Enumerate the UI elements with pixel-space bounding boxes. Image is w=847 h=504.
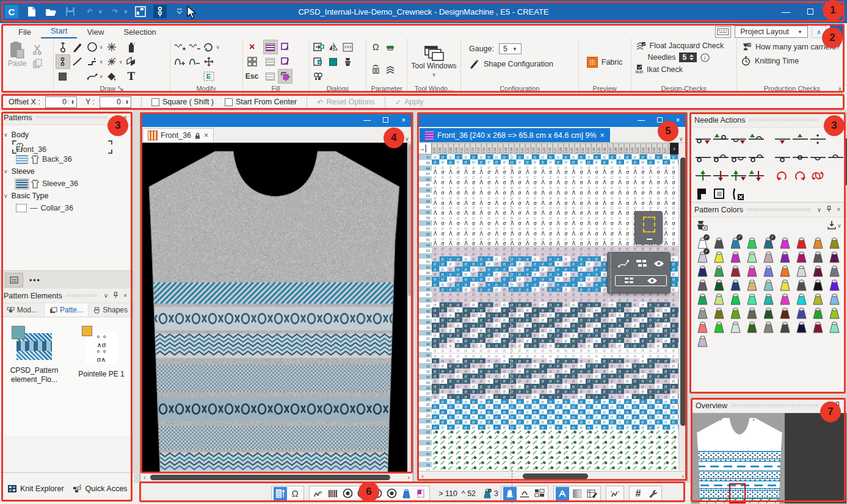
yarn-carrier-param-icon[interactable] <box>368 62 383 77</box>
wave-remove-icon[interactable] <box>187 40 202 54</box>
scroll-right-icon[interactable]: › <box>404 473 413 481</box>
esc-button[interactable]: Esc <box>245 69 260 84</box>
radio-icon[interactable] <box>341 487 354 500</box>
dialog-launcher-icon[interactable] <box>118 86 123 92</box>
yarn-color-cone[interactable]: ✓ <box>694 235 711 249</box>
yarn-color-cone[interactable] <box>810 305 826 319</box>
minimize-button[interactable]: — <box>632 113 650 127</box>
chevron-down-icon[interactable]: ∨ <box>4 132 8 138</box>
chevron-down-icon[interactable]: ∨ <box>4 193 8 199</box>
close-icon[interactable]: × <box>121 292 129 299</box>
tree-group-sleeve[interactable]: ∨Sleeve <box>4 165 133 178</box>
polyline-tool-icon[interactable] <box>85 54 100 69</box>
maximize-button[interactable] <box>376 113 394 127</box>
tab-close-icon[interactable]: × <box>600 131 605 140</box>
yarn-color-cone[interactable] <box>760 277 777 291</box>
yarn-color-cone[interactable] <box>810 263 826 277</box>
new-file-icon[interactable] <box>24 5 38 18</box>
dialog-window-icon[interactable] <box>311 40 326 54</box>
loop-remove-icon[interactable] <box>187 54 202 69</box>
maximize-button[interactable] <box>650 113 669 127</box>
knitting-time-button[interactable]: Knitting Time <box>741 56 799 66</box>
star-tool-icon[interactable] <box>104 40 119 54</box>
yarn-cone-icon[interactable] <box>503 487 517 500</box>
loop-add-icon[interactable] <box>172 54 187 69</box>
yarn-color-cone[interactable] <box>793 291 810 305</box>
yarn-color-cone[interactable] <box>793 305 810 319</box>
minimize-button[interactable]: — <box>774 1 798 22</box>
ribbon-collapse-chevron[interactable]: ∧ <box>838 85 842 92</box>
yarn-color-cone[interactable] <box>826 263 843 277</box>
yarn-color-cone[interactable] <box>760 319 777 333</box>
yarn-path-icon[interactable] <box>617 259 631 268</box>
apply-button[interactable]: ✓Apply <box>395 98 424 107</box>
chevron-down-icon[interactable]: ∨ <box>112 114 121 121</box>
na-circle-under-icon[interactable] <box>774 149 791 165</box>
needle-action-tool-icon[interactable] <box>56 54 70 69</box>
mirror-icon[interactable] <box>326 40 341 54</box>
yarn-color-cone[interactable] <box>760 263 777 277</box>
ribbon-collapse-button[interactable]: ∧ <box>812 26 826 38</box>
toolbar-options-icon[interactable] <box>173 5 186 18</box>
eye-icon[interactable] <box>653 260 664 267</box>
tab-shapes[interactable]: Shapes <box>89 303 133 317</box>
tree-group-body[interactable]: ∨Body <box>4 129 133 141</box>
stitch-return-icon[interactable] <box>608 487 622 500</box>
fill-stripes3-icon[interactable] <box>263 69 278 84</box>
yarn-color-cone[interactable] <box>744 235 760 249</box>
yarn-color-cone[interactable] <box>777 305 793 319</box>
stitch-icon[interactable] <box>311 487 325 500</box>
tree-group-basic-type[interactable]: ∨Basic Type <box>4 190 133 202</box>
grid-hash-icon[interactable]: # <box>631 487 645 500</box>
list-view-button[interactable] <box>5 273 23 287</box>
fabric-takeoff-icon[interactable] <box>383 40 398 54</box>
lambda-icon[interactable]: Ω <box>288 487 302 500</box>
fabric-hscrollbar[interactable]: ‹ › <box>140 472 413 481</box>
redo-caret-icon[interactable]: ∨ <box>124 9 128 15</box>
tab-start[interactable]: Start <box>41 24 77 38</box>
close-button[interactable]: × <box>669 113 687 127</box>
yarn-color-cone[interactable] <box>694 319 711 333</box>
scroll-left-icon[interactable]: ‹ <box>418 472 427 480</box>
modules-icon[interactable] <box>533 487 546 500</box>
yarn-color-cone[interactable] <box>793 263 810 277</box>
knit-mode-icon[interactable] <box>556 487 569 500</box>
yarn-color-cone[interactable] <box>711 291 727 305</box>
na-knit-front-icon[interactable] <box>694 131 712 146</box>
rotate-icon[interactable] <box>202 40 216 54</box>
spray-can-icon[interactable] <box>124 40 139 54</box>
yarn-color-cone[interactable] <box>760 249 777 263</box>
ruler-origin-icon[interactable]: →▏ <box>418 143 432 154</box>
module-search-icon[interactable] <box>311 70 326 84</box>
minimize-button[interactable]: — <box>358 113 376 127</box>
square-checkbox[interactable]: Square ( Shift ) <box>151 98 214 106</box>
needles-spinner[interactable]: 5 <box>679 52 697 62</box>
close-icon[interactable]: × <box>121 114 129 121</box>
delete-color-button[interactable] <box>696 220 708 232</box>
knit-explorer-button[interactable]: Knit Explorer <box>7 484 64 493</box>
needle-selection-icon[interactable] <box>153 5 167 18</box>
yarn-color-cone[interactable] <box>711 277 727 291</box>
radio-icon[interactable] <box>370 487 384 500</box>
na-loop-hump-icon[interactable] <box>747 149 765 165</box>
float-jacquard-check-button[interactable]: Float Jacquard Check <box>636 41 724 50</box>
tab-view[interactable]: View <box>77 26 114 38</box>
yarn-color-cone[interactable] <box>694 263 711 277</box>
reset-options-button[interactable]: ↶Reset Options <box>317 98 375 107</box>
chevron-down-icon[interactable]: ∨ <box>823 117 832 123</box>
yarn-color-cone[interactable] <box>744 263 760 277</box>
yarn-cone-blue-icon[interactable] <box>399 487 413 500</box>
needle-actions-scrollbar[interactable]: ∧ ∨ <box>845 131 847 202</box>
symbol-canvas[interactable] <box>432 154 678 470</box>
import-colors-button[interactable]: ∨ <box>827 220 842 232</box>
pin-icon[interactable] <box>832 116 843 124</box>
layer-visibility-control[interactable] <box>615 275 667 286</box>
tab-close-icon[interactable]: × <box>204 131 208 140</box>
view-options-overlay[interactable] <box>607 252 671 293</box>
color-area-icon[interactable] <box>326 54 341 69</box>
yarn-color-cone[interactable] <box>711 263 727 277</box>
yarn-color-cone[interactable] <box>826 319 843 333</box>
yarn-color-cone[interactable] <box>826 291 843 305</box>
yarn-color-cone[interactable] <box>694 277 711 291</box>
yarn-color-cone[interactable] <box>694 305 711 319</box>
